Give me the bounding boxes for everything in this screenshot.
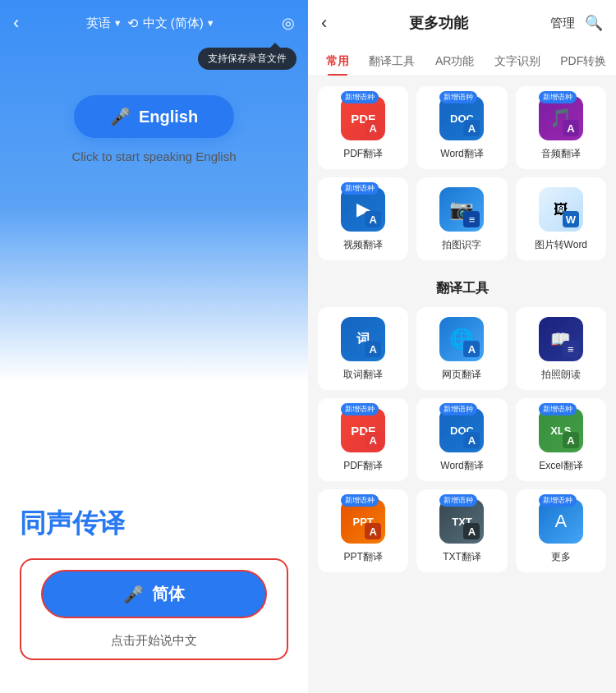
source-lang-arrow: ▼ xyxy=(113,18,122,28)
a-overlay: A xyxy=(365,341,381,357)
mic-icon-chinese: 🎤 xyxy=(123,585,144,604)
photo-ocr-icon: 📷 ≡ xyxy=(439,187,484,232)
chinese-speak-box: 🎤 简体 点击开始说中文 xyxy=(20,558,288,660)
bottom-section: 🎤 简体 点击开始说中文 xyxy=(0,558,308,693)
feature-label: Word翻译 xyxy=(440,147,483,161)
a-overlay: A xyxy=(365,120,381,136)
speak-chinese-button[interactable]: 🎤 简体 xyxy=(41,570,267,618)
tab-ocr[interactable]: 文字识别 xyxy=(486,46,549,76)
list-item[interactable]: 新增语种 PDF A PDF翻译 xyxy=(318,398,408,481)
right-header: ‹ 更多功能 管理 🔍 xyxy=(308,0,616,46)
simultaneous-translation-label: 同声传译 xyxy=(0,506,125,542)
a-overlay: A xyxy=(563,120,579,136)
list-item[interactable]: 新增语种 A 更多 xyxy=(516,489,606,572)
tab-common[interactable]: 常用 xyxy=(318,46,357,76)
feature-label: PPT翻译 xyxy=(343,550,382,564)
a-overlay: A xyxy=(365,432,381,448)
right-panel: ‹ 更多功能 管理 🔍 常用 翻译工具 AR功能 文字识别 PDF转换 PC 新… xyxy=(308,0,616,693)
feature-label: 更多 xyxy=(551,550,571,564)
feature-label: 视频翻译 xyxy=(343,238,383,252)
tab-translation-tools[interactable]: 翻译工具 xyxy=(361,46,423,76)
right-back-button[interactable]: ‹ xyxy=(321,12,327,34)
search-button[interactable]: 🔍 xyxy=(585,14,603,32)
feature-label: Word翻译 xyxy=(440,459,483,473)
a-overlay: ≡ xyxy=(463,211,480,227)
chinese-click-hint: 点击开始说中文 xyxy=(111,633,197,649)
feature-label: PDF翻译 xyxy=(343,147,383,161)
target-lang-label: 中文 (简体) xyxy=(143,16,204,31)
new-lang-badge: 新增语种 xyxy=(539,91,577,103)
manage-button[interactable]: 管理 xyxy=(550,16,575,31)
a-overlay: A xyxy=(365,211,381,227)
a-overlay: A xyxy=(365,523,381,539)
settings-icon[interactable]: ◎ xyxy=(282,14,295,32)
web-translate-icon: 🌐 A xyxy=(439,317,484,361)
tab-ar[interactable]: AR功能 xyxy=(427,46,482,76)
language-selector: 英语 ▼ ⟲ 中文 (简体) ▼ xyxy=(25,16,275,31)
source-lang-item[interactable]: 英语 ▼ xyxy=(86,16,122,31)
right-panel-title: 更多功能 xyxy=(327,13,550,33)
swap-languages-icon[interactable]: ⟲ xyxy=(127,16,138,31)
new-lang-badge: 新增语种 xyxy=(439,91,477,103)
new-lang-badge: 新增语种 xyxy=(439,403,477,415)
list-item[interactable]: 新增语种 ▶ A 视频翻译 xyxy=(318,177,408,260)
feature-label: 拍图识字 xyxy=(442,238,481,252)
source-lang-label: 英语 xyxy=(86,16,111,31)
img2word-icon: 🖼 W xyxy=(539,187,583,232)
english-click-hint: Click to start speaking English xyxy=(71,149,236,163)
new-lang-badge: 新增语种 xyxy=(539,403,577,415)
photo-read-icon: 📖 ≡ xyxy=(539,317,583,361)
list-item[interactable]: 新增语种 PDF A PDF翻译 xyxy=(318,86,408,169)
left-panel: ‹ 英语 ▼ ⟲ 中文 (简体) ▼ ◎ 支持保存录音文件 🎤 English … xyxy=(0,0,308,693)
list-item[interactable]: 新增语种 TXT A TXT翻译 xyxy=(416,489,507,572)
feature-label: 拍照朗读 xyxy=(541,368,581,382)
list-item[interactable]: 新增语种 DOC A Word翻译 xyxy=(416,86,507,169)
target-lang-item[interactable]: 中文 (简体) ▼ xyxy=(143,16,215,31)
list-item[interactable]: 📖 ≡ 拍照朗读 xyxy=(516,307,606,390)
a-overlay: A xyxy=(463,523,480,539)
chinese-label: 简体 xyxy=(152,583,185,605)
feature-label: 图片转Word xyxy=(535,238,587,252)
list-item[interactable]: 🌐 A 网页翻译 xyxy=(416,307,507,390)
left-header: ‹ 英语 ▼ ⟲ 中文 (简体) ▼ ◎ xyxy=(0,0,308,46)
section2-grid: 词 A 取词翻译 🌐 A 网页翻译 📖 xyxy=(318,307,606,572)
features-scroll-area[interactable]: 新增语种 PDF A PDF翻译 新增语种 DOC A Word翻译 xyxy=(308,76,616,693)
new-lang-badge: 新增语种 xyxy=(341,182,379,195)
list-item[interactable]: 📷 ≡ 拍图识字 xyxy=(416,177,507,260)
save-audio-tooltip: 支持保存录音文件 xyxy=(198,48,297,70)
feature-label: PDF翻译 xyxy=(343,459,383,473)
tabs-bar: 常用 翻译工具 AR功能 文字识别 PDF转换 PC xyxy=(308,46,616,76)
list-item[interactable]: 新增语种 DOC A Word翻译 xyxy=(416,398,507,481)
translation-tools-section-title: 翻译工具 xyxy=(318,273,606,307)
a-overlay: ≡ xyxy=(563,341,579,357)
new-lang-badge: 新增语种 xyxy=(341,91,379,103)
speak-english-button[interactable]: 🎤 English xyxy=(74,95,234,138)
left-back-button[interactable]: ‹ xyxy=(13,12,19,34)
new-lang-badge: 新增语种 xyxy=(341,494,379,507)
feature-label: 取词翻译 xyxy=(343,368,383,382)
word-extract-icon: 词 A xyxy=(341,317,385,361)
a-overlay: A xyxy=(463,341,480,357)
mic-icon: 🎤 xyxy=(110,107,131,126)
list-item[interactable]: 新增语种 PPT A PPT翻译 xyxy=(318,489,408,572)
list-item[interactable]: 🖼 W 图片转Word xyxy=(516,177,606,260)
feature-label: TXT翻译 xyxy=(443,550,481,564)
section1-grid: 新增语种 PDF A PDF翻译 新增语种 DOC A Word翻译 xyxy=(318,86,606,260)
a-overlay: A xyxy=(563,432,579,448)
new-lang-badge: 新增语种 xyxy=(341,403,379,415)
a-overlay: W xyxy=(563,211,579,227)
english-label: English xyxy=(139,108,198,126)
list-item[interactable]: 词 A 取词翻译 xyxy=(318,307,408,390)
feature-label: Excel翻译 xyxy=(539,459,582,473)
tab-pdf-convert[interactable]: PDF转换 xyxy=(552,46,614,76)
left-main-area: 🎤 English Click to start speaking Englis… xyxy=(0,46,308,506)
a-overlay: A xyxy=(463,432,480,448)
a-overlay: A xyxy=(463,120,480,136)
list-item[interactable]: 新增语种 🎵 A 音频翻译 xyxy=(516,86,606,169)
new-lang-badge: 新增语种 xyxy=(439,494,477,507)
target-lang-arrow: ▼ xyxy=(206,18,215,28)
new-lang-badge: 新增语种 xyxy=(539,494,577,507)
feature-label: 网页翻译 xyxy=(442,368,481,382)
feature-label: 音频翻译 xyxy=(541,147,581,161)
list-item[interactable]: 新增语种 XLS A Excel翻译 xyxy=(516,398,606,481)
